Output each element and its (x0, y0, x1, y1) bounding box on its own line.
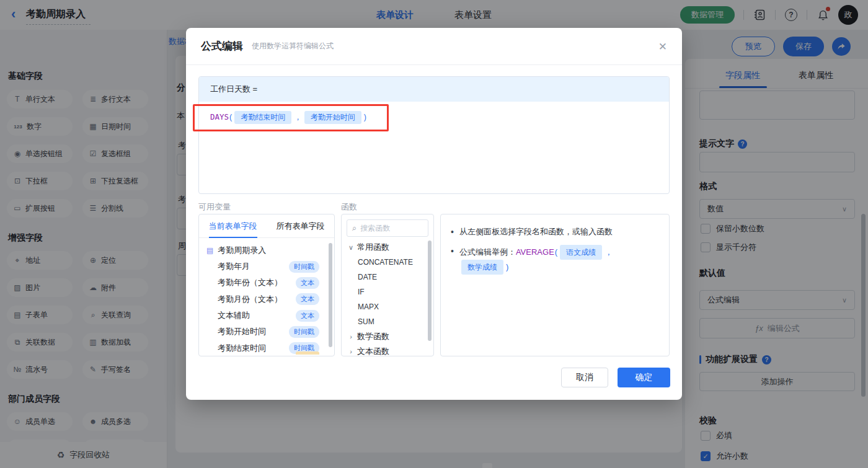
variable-item[interactable]: 文本辅助文本 (199, 307, 334, 324)
variable-item[interactable]: 考勤月份（文本）文本 (199, 291, 334, 307)
clipped-badge-fragment (296, 351, 319, 355)
modal-subtitle: 使用数学运算符编辑公式 (252, 41, 334, 51)
function-item[interactable]: DATE (342, 270, 433, 285)
caret-down-icon: ∨ (348, 244, 354, 252)
type-badge: 时间戳 (289, 326, 319, 338)
variables-tree-root[interactable]: ▤ 考勤周期录入 (199, 242, 334, 258)
cancel-button[interactable]: 取消 (561, 368, 608, 387)
caret-right-icon: › (348, 333, 354, 340)
formula-editor[interactable]: 工作日天数 = DAYS(考勤结束时间，考勤开始时间) (198, 76, 670, 194)
functions-panel: ⌕ ∨ 常用函数 CONCATENATE DATE IF MAPX SUM › … (341, 214, 434, 356)
type-badge: 文本 (296, 293, 319, 305)
example-function-name: AVERAGE (516, 247, 554, 257)
confirm-button[interactable]: 确定 (618, 368, 670, 387)
document-icon: ▤ (206, 246, 213, 255)
help-example-line: • 公式编辑举例：AVERAGE(语文成绩，数学成绩) (451, 245, 659, 275)
variable-item[interactable]: 考勤年份（文本）文本 (199, 275, 334, 291)
caret-right-icon: › (348, 348, 354, 355)
close-icon[interactable]: ✕ (658, 40, 667, 53)
modal-title: 公式编辑 (201, 39, 243, 53)
function-item[interactable]: MAPX (342, 299, 433, 314)
formula-field-chip[interactable]: 考勤开始时间 (304, 111, 361, 124)
search-icon: ⌕ (352, 223, 356, 233)
variables-scrollbar[interactable] (329, 243, 332, 347)
formula-expression[interactable]: DAYS(考勤结束时间，考勤开始时间) (199, 102, 669, 133)
function-search-input[interactable] (360, 224, 423, 232)
function-item[interactable]: SUM (342, 314, 433, 329)
example-field-chip: 语文成绩 (560, 245, 602, 260)
formula-edit-modal: 公式编辑 使用数学运算符编辑公式 ✕ 工作日天数 = DAYS(考勤结束时间，考… (186, 28, 682, 400)
formula-target: 工作日天数 = (199, 77, 669, 102)
type-badge: 文本 (296, 277, 319, 289)
formula-function-name: DAYS (210, 112, 229, 121)
formula-field-chip[interactable]: 考勤结束时间 (234, 111, 291, 124)
function-item[interactable]: CONCATENATE (342, 255, 433, 270)
function-search[interactable]: ⌕ (347, 219, 428, 237)
function-group-common[interactable]: ∨ 常用函数 (342, 240, 433, 255)
help-panel: • 从左侧面板选择字段名和函数，或输入函数 • 公式编辑举例：AVERAGE(语… (440, 214, 670, 356)
variables-panel: 当前表单字段 所有表单字段 ▤ 考勤周期录入 考勤年月时间戳 考勤年份（文本）文… (198, 214, 335, 356)
variable-item[interactable]: 考勤年月时间戳 (199, 258, 334, 275)
variables-section-label: 可用变量 (198, 201, 231, 213)
type-badge: 文本 (296, 310, 319, 322)
type-badge: 时间戳 (289, 261, 319, 273)
function-item[interactable]: IF (342, 285, 433, 299)
tab-current-form-fields[interactable]: 当前表单字段 (199, 214, 267, 237)
app-root: 分 本 考 考 周 ⧉ 表单外链 ⊡ 后端脚本 ▥ 数据权限 预览 保存 ‹ (0, 0, 868, 468)
modal-header: 公式编辑 使用数学运算符编辑公式 ✕ (186, 28, 682, 65)
function-group-math[interactable]: › 数学函数 (342, 329, 433, 344)
function-group-text[interactable]: › 文本函数 (342, 344, 433, 356)
variable-item[interactable]: 考勤开始时间时间戳 (199, 324, 334, 340)
functions-scrollbar[interactable] (428, 241, 432, 341)
example-field-chip: 数学成绩 (461, 260, 503, 275)
tab-all-form-fields[interactable]: 所有表单字段 (267, 214, 334, 237)
help-line: • 从左侧面板选择字段名和函数，或输入函数 (451, 226, 659, 238)
variables-tabs: 当前表单字段 所有表单字段 (199, 214, 334, 238)
functions-section-label: 函数 (341, 201, 357, 213)
